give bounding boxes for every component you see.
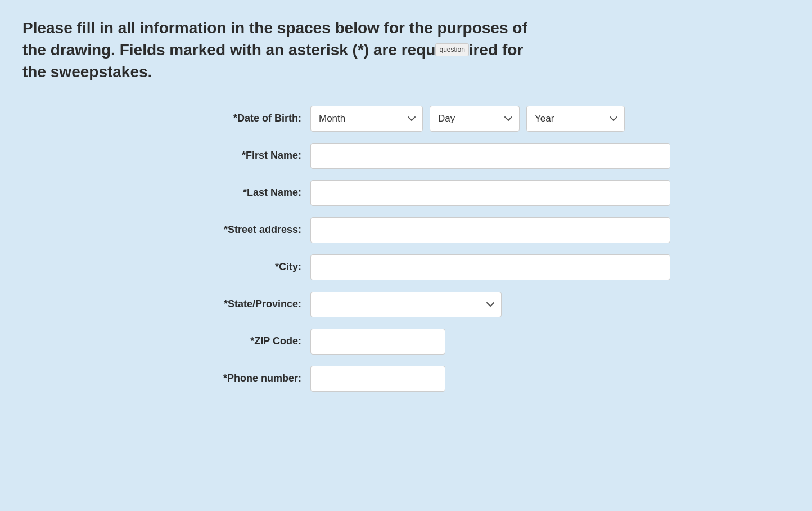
state-row: *State/Province: AlabamaAlaskaArizonaArk…	[164, 292, 648, 317]
year-select[interactable]: Year 2024202320102000 199019801970196019…	[526, 106, 625, 132]
day-select[interactable]: Day 12345 678910 1112131415 1617181920 2…	[430, 106, 520, 132]
first-name-row: *First Name:	[164, 143, 648, 169]
zip-fields	[310, 329, 648, 355]
dob-label: *Date of Birth:	[164, 113, 310, 124]
state-label: *State/Province:	[164, 298, 310, 310]
state-select[interactable]: AlabamaAlaskaArizonaArkansas CaliforniaC…	[310, 292, 502, 317]
month-select[interactable]: Month January February March April May J…	[310, 106, 423, 132]
phone-row: *Phone number:	[164, 366, 648, 392]
street-address-row: *Street address:	[164, 217, 648, 243]
dob-fields: Month January February March April May J…	[310, 106, 648, 132]
form-container: *Date of Birth: Month January February M…	[164, 106, 648, 392]
dob-row: *Date of Birth: Month January February M…	[164, 106, 648, 132]
last-name-fields	[310, 180, 670, 206]
phone-input[interactable]	[310, 366, 445, 392]
city-fields	[310, 254, 670, 280]
first-name-input[interactable]	[310, 143, 670, 169]
phone-fields	[310, 366, 648, 392]
last-name-input[interactable]	[310, 180, 670, 206]
zip-label: *ZIP Code:	[164, 335, 310, 347]
zip-input[interactable]	[310, 329, 445, 355]
phone-label: *Phone number:	[164, 373, 310, 384]
city-row: *City:	[164, 254, 648, 280]
city-input[interactable]	[310, 254, 670, 280]
street-address-input[interactable]	[310, 217, 670, 243]
first-name-fields	[310, 143, 670, 169]
street-address-fields	[310, 217, 670, 243]
street-address-label: *Street address:	[164, 224, 310, 236]
first-name-label: *First Name:	[164, 150, 310, 162]
last-name-label: *Last Name:	[164, 187, 310, 199]
last-name-row: *Last Name:	[164, 180, 648, 206]
state-fields: AlabamaAlaskaArizonaArkansas CaliforniaC…	[310, 292, 648, 317]
zip-row: *ZIP Code:	[164, 329, 648, 355]
city-label: *City:	[164, 261, 310, 273]
instructions-text: Please fill in all information in the sp…	[22, 17, 529, 83]
tooltip-bubble: question	[435, 43, 468, 56]
